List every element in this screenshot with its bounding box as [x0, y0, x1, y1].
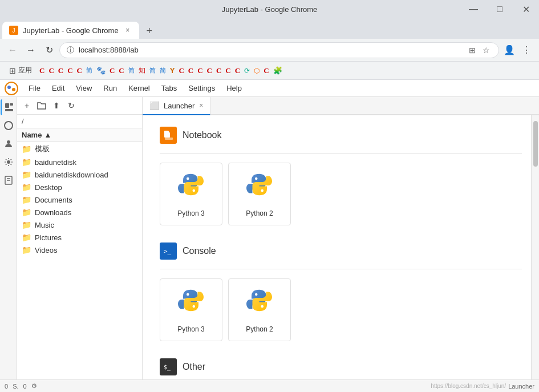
- bookmark-icon-15[interactable]: C: [177, 65, 185, 76]
- menu-view[interactable]: View: [70, 82, 98, 95]
- bookmark-icon-22[interactable]: ⟳: [242, 66, 252, 76]
- svg-rect-4: [10, 103, 13, 106]
- refresh-files-button[interactable]: ↻: [65, 99, 78, 112]
- apps-label: 应用: [18, 66, 32, 75]
- notebook-python2-card[interactable]: Python 2: [228, 163, 291, 225]
- sidebar-circle-icon[interactable]: [1, 118, 17, 134]
- browser-tab-jupyterlab[interactable]: J JupyterLab - Google Chrome ×: [2, 22, 139, 39]
- list-item[interactable]: 📁 baidunetdisk: [17, 156, 142, 168]
- bookmark-icon-3[interactable]: C: [56, 65, 65, 76]
- forward-button[interactable]: →: [23, 42, 39, 58]
- launcher-tab[interactable]: ⬜ Launcher ×: [143, 97, 210, 115]
- list-item[interactable]: 📁 Videos: [17, 244, 142, 256]
- minimize-button[interactable]: —: [460, 0, 487, 18]
- bookmark-icon-8[interactable]: C: [108, 65, 116, 76]
- new-tab-button[interactable]: +: [141, 23, 157, 39]
- current-path: /: [17, 115, 142, 128]
- notebook-python3-card[interactable]: Python 3: [160, 163, 222, 225]
- bookmark-icon-10[interactable]: 简: [127, 65, 136, 76]
- sidebar-settings-icon[interactable]: [1, 154, 17, 170]
- file-browser-panel: + ⬆ ↻ / Name ▲: [17, 97, 143, 379]
- folder-icon: 📁: [22, 183, 31, 192]
- menu-kernel[interactable]: Kernel: [123, 82, 156, 95]
- translate-icon[interactable]: ⊞: [467, 45, 478, 56]
- chrome-more-button[interactable]: ⋮: [518, 42, 534, 58]
- bookmark-icon-5[interactable]: C: [75, 65, 84, 76]
- address-bar-icons: ⊞ ☆: [467, 45, 492, 56]
- bookmark-icon-7[interactable]: 🐾: [95, 65, 107, 76]
- list-item[interactable]: 📁 Pictures: [17, 231, 142, 244]
- new-file-button[interactable]: +: [21, 99, 33, 112]
- bookmark-star-icon[interactable]: ☆: [480, 45, 492, 56]
- python2-console-icon: [242, 286, 277, 321]
- menu-help[interactable]: Help: [221, 82, 248, 95]
- account-button[interactable]: 👤: [501, 42, 517, 58]
- menu-tabs[interactable]: Tabs: [156, 82, 183, 95]
- file-name: Music: [35, 221, 54, 229]
- scrollbar-thumb[interactable]: [533, 121, 538, 167]
- bookmark-apps[interactable]: ⊞ 应用: [5, 63, 37, 78]
- list-item[interactable]: 📁 baidunetdiskdownload: [17, 168, 142, 181]
- menu-edit[interactable]: Edit: [46, 82, 70, 95]
- bookmark-icon-11[interactable]: 知: [137, 64, 147, 76]
- svg-text:>_: >_: [164, 248, 172, 255]
- back-button[interactable]: ←: [5, 42, 21, 58]
- launcher-tab-close[interactable]: ×: [199, 102, 203, 110]
- url-text: localhost:8888/lab: [79, 46, 462, 54]
- bookmark-icon-23[interactable]: ⬡: [252, 66, 261, 76]
- lock-icon: ⓘ: [67, 45, 74, 55]
- menu-settings[interactable]: Settings: [183, 82, 221, 95]
- tab-close-button[interactable]: ×: [123, 26, 132, 35]
- bookmark-icon-13[interactable]: 简: [158, 65, 168, 76]
- bookmark-icon-12[interactable]: 简: [148, 65, 157, 76]
- console-python2-card[interactable]: Python 2: [228, 278, 291, 341]
- address-bar[interactable]: ⓘ localhost:8888/lab ⊞ ☆: [59, 42, 499, 58]
- bookmark-icon-1[interactable]: C: [38, 65, 46, 76]
- maximize-button[interactable]: □: [487, 0, 513, 18]
- list-item[interactable]: 📁 Desktop: [17, 181, 142, 193]
- tab-content-area: ⬜ Launcher ×: [143, 97, 539, 379]
- new-folder-button[interactable]: [35, 99, 48, 112]
- close-button[interactable]: ✕: [513, 0, 539, 18]
- sidebar-notebook-icon[interactable]: [1, 172, 17, 188]
- list-item[interactable]: 📁 模板: [17, 142, 142, 156]
- sidebar-user-icon[interactable]: [1, 136, 17, 152]
- svg-point-23: [255, 293, 258, 296]
- bookmark-icon-25[interactable]: 🧩: [271, 65, 284, 76]
- upload-button[interactable]: ⬆: [50, 99, 63, 112]
- svg-point-0: [5, 82, 18, 95]
- bookmark-icon-6[interactable]: 简: [84, 65, 94, 76]
- bookmark-icon-16[interactable]: C: [187, 65, 195, 76]
- sort-icon: ▲: [44, 131, 51, 139]
- menu-run[interactable]: Run: [98, 82, 123, 95]
- bookmark-icon-18[interactable]: C: [205, 65, 214, 76]
- window-controls: — □ ✕: [460, 0, 539, 18]
- menu-file[interactable]: File: [23, 82, 46, 95]
- svg-point-8: [7, 160, 10, 164]
- list-item[interactable]: 📁 Downloads: [17, 206, 142, 219]
- refresh-button[interactable]: ↻: [41, 42, 57, 58]
- name-column-header[interactable]: Name ▲: [22, 131, 137, 139]
- list-item[interactable]: 📁 Music: [17, 219, 142, 231]
- status-zero1: 0: [5, 383, 8, 390]
- path-separator: /: [22, 117, 24, 126]
- list-item[interactable]: 📁 Documents: [17, 193, 142, 206]
- sidebar-files-icon[interactable]: [1, 99, 17, 115]
- bookmark-icon-4[interactable]: C: [66, 65, 74, 76]
- bookmark-icon-21[interactable]: C: [233, 65, 242, 76]
- status-settings-icon[interactable]: ⚙: [31, 382, 37, 390]
- bookmark-icon-20[interactable]: C: [224, 65, 232, 76]
- bookmark-icon-9[interactable]: C: [117, 65, 125, 76]
- bookmark-icon-2[interactable]: C: [47, 65, 55, 76]
- bookmark-icon-14[interactable]: Y: [168, 65, 177, 76]
- other-section-title: Other: [183, 362, 205, 372]
- bookmark-icon-19[interactable]: C: [214, 65, 223, 76]
- file-list-header: Name ▲: [17, 128, 142, 142]
- browser-tab-bar: J JupyterLab - Google Chrome × +: [0, 18, 539, 39]
- bookmark-icon-17[interactable]: C: [196, 65, 204, 76]
- console-python3-card[interactable]: Python 3: [160, 278, 222, 341]
- bookmark-icon-24[interactable]: C: [262, 65, 270, 76]
- python3-console-icon: [174, 286, 208, 321]
- launcher-scrollbar[interactable]: [531, 115, 539, 379]
- folder-icon: 📁: [22, 144, 31, 153]
